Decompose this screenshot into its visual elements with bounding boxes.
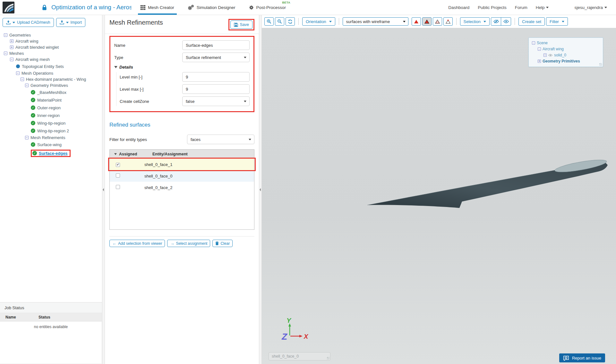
tree-item-mesh-refinements[interactable]: Mesh Refinements	[0, 135, 102, 141]
collapse-icon[interactable]	[4, 52, 7, 55]
divider	[456, 18, 457, 25]
tree-item-geometries[interactable]: Geometries	[0, 32, 102, 38]
tree-item-geometry-primitives[interactable]: Geometry Primitives	[0, 82, 102, 88]
entity-filter-select[interactable]: faces	[187, 135, 254, 144]
selection-dropdown[interactable]: Selection	[460, 17, 490, 26]
chevron-down-icon	[66, 22, 69, 23]
entity-column-header[interactable]: Entity/Assignment	[144, 152, 188, 156]
job-status-title: Job Status	[0, 302, 102, 313]
check-circle-icon	[31, 121, 35, 125]
collapse-icon[interactable]	[538, 47, 541, 51]
mesh-view-wireframe-button[interactable]	[433, 17, 442, 26]
tree-item-basemeshbox[interactable]: _BaseMeshBox	[0, 88, 102, 96]
expand-icon[interactable]	[538, 60, 541, 63]
nav-forum[interactable]: Forum	[515, 5, 527, 10]
table-row-shell-0-face-1[interactable]: shell_0_face_1	[110, 159, 254, 170]
collapse-icon[interactable]	[10, 58, 13, 61]
reset-view-button[interactable]	[286, 17, 295, 26]
type-select[interactable]: Surface refinement	[182, 53, 250, 62]
tree-item-mesh-operations[interactable]: Mesh Operations	[0, 70, 102, 76]
scene-tree-item-geometry-primitives[interactable]: Geometry Primitives	[532, 59, 603, 64]
simscale-logo[interactable]	[3, 2, 14, 13]
divider	[339, 18, 339, 25]
level-min-input[interactable]	[182, 72, 250, 82]
scene-tree-item-aircraft-wing[interactable]: Aircraft wing	[532, 46, 603, 52]
type-label: Type	[114, 55, 182, 60]
tab-post-processor[interactable]: Post-Processor BETA	[248, 0, 287, 15]
user-menu[interactable]: sjesu_rajendra	[574, 5, 607, 10]
collapse-icon[interactable]	[16, 71, 20, 75]
trash-icon	[215, 241, 219, 245]
tree-item-surface-wing[interactable]: Surface-wing	[0, 141, 102, 148]
hide-selection-button[interactable]	[491, 18, 501, 25]
table-row-shell-0-face-0[interactable]: shell_0_face_0	[110, 170, 254, 182]
zoom-out-button[interactable]	[275, 17, 284, 26]
tree-item-meshes[interactable]: Meshes	[0, 50, 102, 56]
nav-public-projects[interactable]: Public Projects	[478, 5, 506, 10]
add-selection-from-viewer-button[interactable]: ← Add selection from viewer	[109, 240, 165, 247]
chevron-down-icon	[483, 21, 486, 22]
assigned-checkbox[interactable]	[116, 185, 120, 189]
upload-cad-mesh-button[interactable]: Upload CAD/mesh	[3, 18, 54, 27]
tree-item-topological-entity-sets[interactable]: Topological Entity Sets	[0, 62, 102, 70]
zoom-in-icon	[267, 19, 271, 24]
collapse-icon[interactable]	[25, 136, 29, 139]
expand-icon[interactable]	[10, 39, 13, 43]
name-input[interactable]	[182, 40, 250, 50]
create-set-button[interactable]: Create set	[518, 17, 545, 26]
expand-icon[interactable]	[543, 54, 547, 57]
collapse-triangle-icon[interactable]	[114, 66, 117, 68]
viewer-canvas[interactable]: Scene Aircraft wing solid_0 Geometry Pri…	[262, 28, 616, 364]
scene-tree-item-scene[interactable]: Scene	[532, 40, 603, 46]
tree-item-wing-tip-region-2[interactable]: Wing-tip-region 2	[0, 127, 102, 135]
triangle-wireframe-icon	[435, 19, 440, 24]
tree-item-inner-region[interactable]: Inner-region	[0, 112, 102, 119]
show-selection-button[interactable]	[501, 18, 511, 25]
tab-mesh-creator[interactable]: Mesh Creator	[140, 0, 175, 15]
collapse-icon[interactable]	[21, 78, 24, 81]
sidebar-splitter[interactable]	[102, 15, 105, 364]
triangle-outlined-icon	[424, 19, 429, 24]
report-an-issue-button[interactable]: Report an issue	[559, 353, 605, 362]
job-status-empty-text: no entities available	[0, 321, 102, 329]
assigned-checkbox[interactable]	[116, 173, 120, 178]
orientation-dropdown[interactable]: Orientation	[302, 17, 335, 26]
mesh-view-surface-wireframe-button[interactable]	[422, 17, 432, 26]
tree-item-surface-edges[interactable]: Surface-edges	[0, 148, 102, 158]
tree-item-aircraft-wing[interactable]: Aircraft wing	[0, 38, 102, 44]
filter-dropdown[interactable]: Filter	[546, 17, 568, 26]
expand-icon[interactable]	[10, 46, 13, 49]
tree-item-materialpoint[interactable]: MaterialPoint	[0, 96, 102, 104]
mesh-view-points-button[interactable]	[443, 17, 453, 26]
select-assignment-button[interactable]: → Select assignment	[167, 240, 210, 247]
tree-item-wing-tip-region[interactable]: Wing-tip-region	[0, 119, 102, 127]
collapse-icon[interactable]	[25, 84, 29, 87]
collapse-icon[interactable]	[4, 33, 7, 37]
assigned-checkbox[interactable]	[116, 163, 120, 167]
mesh-view-solid-button[interactable]	[412, 17, 421, 26]
eye-icon[interactable]	[548, 54, 552, 57]
tree-item-aircraft-blended-winglet[interactable]: Aircraft blended winglet	[0, 44, 102, 50]
zoom-in-button[interactable]	[264, 17, 274, 26]
project-title[interactable]: Optimization of a wing - Aerospac…	[51, 4, 132, 11]
panel-splitter[interactable]	[259, 15, 262, 364]
save-button[interactable]: Save	[230, 21, 253, 29]
import-button[interactable]: Import	[56, 18, 85, 27]
table-row-shell-0-face-2[interactable]: shell_0_face_2	[110, 182, 254, 193]
clear-button[interactable]: Clear	[212, 240, 233, 247]
nav-help-menu[interactable]: Help	[536, 5, 549, 10]
level-max-input[interactable]	[182, 84, 250, 94]
tree-item-hex-dominant-parametric-wing[interactable]: Hex-dominant parametric - Wing	[0, 76, 102, 82]
display-mode-select[interactable]: surfaces with wireframe	[343, 17, 408, 26]
sort-descending-icon[interactable]	[114, 153, 117, 155]
tree-item-outer-region[interactable]: Outer-region	[0, 104, 102, 112]
wing-3d-model[interactable]	[262, 28, 616, 352]
collapse-icon[interactable]	[532, 41, 535, 45]
create-cellzone-select[interactable]: false	[182, 96, 250, 106]
nav-dashboard[interactable]: Dashboard	[448, 5, 469, 10]
tree-item-aircraft-wing-mesh[interactable]: Aircraft wing mesh	[0, 56, 102, 62]
assigned-column-header[interactable]: Assigned	[119, 152, 137, 156]
gear-icon	[249, 5, 254, 10]
tab-simulation-designer[interactable]: Simulation Designer	[187, 0, 236, 15]
scene-tree-item-solid-0[interactable]: solid_0	[532, 53, 603, 58]
